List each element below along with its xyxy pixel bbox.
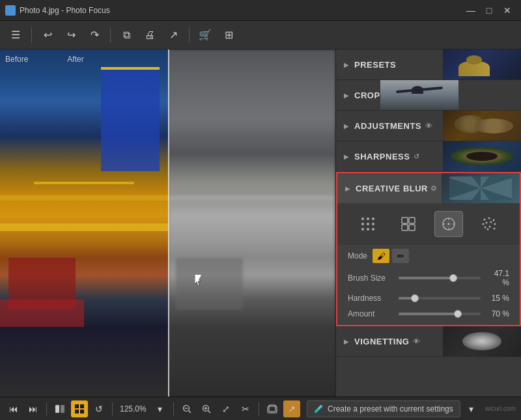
cart-button[interactable]: 🛒 xyxy=(195,25,216,46)
brush-size-track xyxy=(399,277,481,279)
before-visual xyxy=(0,49,168,397)
after-image xyxy=(168,49,336,397)
share-button[interactable]: ↗ xyxy=(163,25,184,46)
watermark: wicuri.com xyxy=(485,405,516,412)
blur-type-grid-button[interactable] xyxy=(394,211,423,237)
window-title: Photo 4.jpg - Photo Focus xyxy=(20,6,110,15)
brush-size-thumb[interactable] xyxy=(449,274,457,282)
svg-point-19 xyxy=(484,219,486,221)
vignetting-header[interactable]: ▶ VIGNETTING 👁 xyxy=(336,326,521,356)
svg-rect-33 xyxy=(80,404,84,408)
svg-point-29 xyxy=(487,229,489,231)
adjustments-thumbnail xyxy=(443,111,521,141)
menu-button[interactable]: ☰ xyxy=(5,25,26,46)
create-preset-label: Create a preset with current settings xyxy=(328,404,453,413)
maximize-button[interactable]: □ xyxy=(481,3,498,18)
crop-label: CROP xyxy=(354,91,380,100)
copy-button[interactable]: ⧉ xyxy=(116,25,137,46)
amount-row: Amount 70 % xyxy=(337,306,520,325)
bottombar-sep-4 xyxy=(259,402,259,415)
layers-button[interactable] xyxy=(264,400,281,417)
amount-fill xyxy=(399,313,458,315)
right-panel: ▶ PRESETS ▶ CROP xyxy=(335,49,521,397)
forward-button[interactable]: ↷ xyxy=(84,25,105,46)
rotate-button[interactable]: ↺ xyxy=(91,400,107,417)
flask-icon: 🧪 xyxy=(314,404,324,413)
main-area: Before After xyxy=(0,49,521,397)
toolbar-separator-2 xyxy=(110,27,111,43)
before-label: Before xyxy=(5,55,28,64)
amount-thumb[interactable] xyxy=(454,310,462,318)
svg-rect-32 xyxy=(75,404,79,408)
undo-button[interactable]: ↩ xyxy=(37,25,58,46)
brush-size-row: Brush Size 47.1 % xyxy=(337,266,520,290)
crop-canvas-button[interactable]: ✂ xyxy=(237,400,254,417)
crop-thumbnail xyxy=(380,80,458,110)
adjustments-header[interactable]: ▶ ADJUSTMENTS 👁 xyxy=(336,111,521,141)
presets-header[interactable]: ▶ PRESETS xyxy=(336,49,521,79)
zoom-out-button[interactable] xyxy=(178,400,195,417)
presets-thumbnail xyxy=(443,49,521,79)
svg-point-22 xyxy=(483,223,485,225)
create-preset-button[interactable]: 🧪 Create a preset with current settings xyxy=(307,400,460,417)
vignetting-arrow: ▶ xyxy=(344,338,349,345)
preset-dropdown-button[interactable]: ▾ xyxy=(463,400,480,417)
vignetting-eye-icon: 👁 xyxy=(413,337,420,345)
svg-point-23 xyxy=(486,222,488,224)
svg-point-20 xyxy=(488,217,490,219)
after-label: After xyxy=(67,55,83,64)
vignetting-label: VIGNETTING xyxy=(354,337,409,346)
presets-label: PRESETS xyxy=(354,60,396,70)
split-divider xyxy=(168,49,169,397)
svg-point-2 xyxy=(372,217,374,220)
bottombar-sep-2 xyxy=(112,402,113,415)
presets-section: ▶ PRESETS xyxy=(336,49,521,80)
hardness-track xyxy=(399,297,481,300)
export-button[interactable]: ↗ xyxy=(283,400,300,417)
blur-type-dots-button[interactable] xyxy=(354,211,382,237)
grid-view-button[interactable] xyxy=(71,400,88,417)
svg-line-40 xyxy=(208,410,210,413)
svg-point-0 xyxy=(361,217,364,220)
sharpness-thumbnail xyxy=(443,141,521,171)
next-image-button[interactable]: ⏭ xyxy=(25,400,42,417)
zoom-in-button[interactable] xyxy=(198,400,215,417)
svg-point-1 xyxy=(367,217,369,220)
brush-mode-button[interactable]: 🖌 xyxy=(373,249,389,263)
blur-type-scatter-button[interactable] xyxy=(475,211,503,237)
blur-type-selector xyxy=(337,203,520,245)
redo-button[interactable]: ↪ xyxy=(61,25,81,46)
hardness-thumb[interactable] xyxy=(411,294,419,302)
toolbar-separator xyxy=(31,27,32,43)
svg-point-6 xyxy=(361,228,364,231)
sharpness-arrow: ▶ xyxy=(344,153,349,160)
svg-point-21 xyxy=(493,219,495,221)
blur-type-radial-button[interactable] xyxy=(434,211,463,237)
prev-image-button[interactable]: ⏮ xyxy=(5,400,22,417)
fit-button[interactable]: ⤢ xyxy=(218,400,234,417)
app-icon xyxy=(5,5,16,16)
canvas-area[interactable]: Before After xyxy=(0,49,335,397)
svg-point-7 xyxy=(367,228,369,231)
zoom-dropdown-button[interactable]: ▾ xyxy=(152,400,169,417)
brush-size-fill xyxy=(399,277,453,279)
compare-button[interactable] xyxy=(51,400,68,417)
crop-header[interactable]: ▶ CROP xyxy=(336,80,521,110)
zoom-level: 125.0% xyxy=(117,404,149,413)
panel-empty-area xyxy=(336,357,521,397)
print-button[interactable]: 🖨 xyxy=(139,25,160,46)
minimize-button[interactable]: — xyxy=(462,3,479,18)
sharpness-header[interactable]: ▶ SHARPNESS ↺ xyxy=(336,141,521,171)
creative-blur-header[interactable]: ▶ CREATIVE BLUR ⚙ xyxy=(337,173,520,203)
creative-blur-section: ▶ CREATIVE BLUR ⚙ xyxy=(336,172,521,326)
canvas-image xyxy=(0,49,335,397)
eraser-mode-button[interactable]: ✏ xyxy=(392,249,409,263)
crop-section: ▶ CROP xyxy=(336,80,521,111)
svg-point-8 xyxy=(372,228,374,231)
hardness-label: Hardness xyxy=(348,294,393,303)
close-button[interactable]: ✕ xyxy=(499,3,516,18)
titlebar-left: Photo 4.jpg - Photo Focus xyxy=(5,5,110,16)
mode-row: Mode 🖌 ✏ xyxy=(337,245,520,266)
grid-button[interactable]: ⊞ xyxy=(218,25,239,46)
hardness-value: 15 % xyxy=(486,294,509,303)
